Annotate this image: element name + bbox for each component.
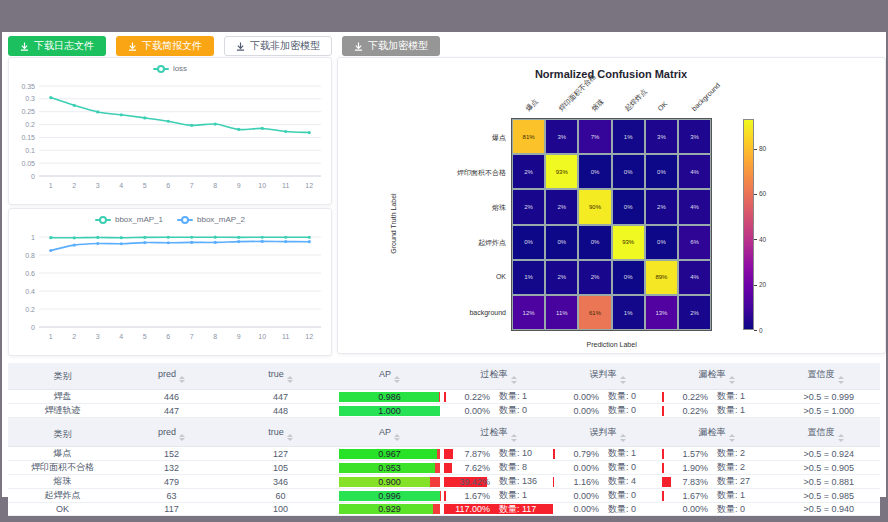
matrix-cell: 11% — [545, 295, 578, 330]
sort-icon[interactable] — [394, 376, 400, 384]
rate-cell: 0.00%数量: 0 — [662, 503, 771, 516]
svg-text:0.25: 0.25 — [21, 108, 35, 115]
sort-icon[interactable] — [179, 434, 185, 442]
table-row: 熔珠4793460.90039.42%数量: 1361.16%数量: 47.83… — [8, 475, 880, 489]
column-header-误判率[interactable]: 误判率 — [553, 363, 662, 390]
sort-icon[interactable] — [620, 434, 626, 442]
sort-icon[interactable] — [620, 376, 626, 384]
matrix-cell: 0% — [645, 154, 678, 189]
pred-cell: 117 — [117, 503, 226, 516]
ap-value: 0.996 — [339, 491, 440, 501]
rate-cell: 0.22%数量: 1 — [662, 390, 771, 404]
colorbar-tick-label: 60 — [759, 190, 766, 197]
download-report-label: 下载简报文件 — [142, 39, 202, 53]
rate-cell-content: 1.90%数量: 2 — [662, 462, 771, 474]
matrix-cell: 7% — [578, 119, 611, 154]
rate-cell: 0.00%数量: 0 — [553, 461, 662, 475]
rate-cell-content: 0.00%数量: 0 — [553, 462, 662, 474]
matrix-cell: 12% — [512, 295, 545, 330]
matrix-col-label: OK — [656, 99, 670, 113]
ap-value: 0.900 — [339, 477, 440, 487]
rate-count: 数量: 0 — [608, 390, 660, 403]
rate-cell: 1.16%数量: 4 — [553, 475, 662, 489]
rate-cell-content: 7.87%数量: 10 — [444, 448, 553, 460]
download-plain-model-button[interactable]: 下载非加密模型 — [224, 36, 332, 56]
colorbar — [743, 119, 754, 330]
download-icon — [20, 42, 29, 51]
rate-percent: 0.22% — [446, 392, 490, 402]
rate-cell-content: 1.67%数量: 1 — [444, 490, 553, 502]
rate-cell-content: 0.00%数量: 0 — [553, 391, 662, 403]
colorbar-tick-label: 20 — [759, 281, 766, 288]
column-header-过检率[interactable]: 过检率 — [444, 363, 553, 390]
ap-cell: 0.996 — [335, 489, 444, 503]
sort-icon[interactable] — [511, 434, 517, 442]
matrix-row-label: OK — [398, 273, 506, 280]
rate-cell-content: 1.57%数量: 2 — [662, 448, 771, 460]
column-header-label: 误判率 — [590, 369, 617, 379]
rate-percent: 7.62% — [446, 463, 490, 473]
matrix-cell: 4% — [678, 154, 711, 189]
download-encrypted-model-button[interactable]: 下载加密模型 — [342, 36, 440, 56]
column-header-漏检率[interactable]: 漏检率 — [662, 363, 771, 390]
matrix-row-label: 熔珠 — [398, 203, 506, 213]
matrix-row-label: 爆点 — [398, 133, 506, 143]
column-header-过检率[interactable]: 过检率 — [444, 422, 553, 447]
sort-icon[interactable] — [287, 434, 293, 442]
rate-count: 数量: 0 — [608, 404, 660, 417]
colorbar-tick-label: 40 — [759, 236, 766, 243]
loss-chart-card: loss00.050.10.150.20.250.30.351234567891… — [8, 57, 332, 205]
column-header-true[interactable]: true — [226, 363, 335, 390]
line-chart: 00.20.40.60.81123456789101112 — [9, 209, 329, 353]
sort-icon[interactable] — [511, 376, 517, 384]
rate-cell-content: 117.00%数量: 117 — [444, 503, 553, 515]
rate-cell: 7.87%数量: 10 — [444, 447, 553, 461]
matrix-cell: 3% — [645, 119, 678, 154]
matrix-cell: 3% — [678, 119, 711, 154]
rate-cell-content: 1.67%数量: 1 — [662, 490, 771, 502]
column-header-label: true — [268, 369, 284, 379]
rate-count: 数量: 27 — [717, 475, 769, 488]
column-header-pred[interactable]: pred — [117, 422, 226, 447]
column-header-pred[interactable]: pred — [117, 363, 226, 390]
column-header-label: 置信度 — [808, 427, 835, 437]
sort-icon[interactable] — [394, 434, 400, 442]
download-report-button[interactable]: 下载简报文件 — [116, 36, 214, 56]
rate-count: 数量: 1 — [717, 489, 769, 502]
colorbar-tick-label: 80 — [759, 145, 766, 152]
matrix-col-label: 起焊炸点 — [623, 87, 649, 113]
sort-icon[interactable] — [287, 376, 293, 384]
column-header-true[interactable]: true — [226, 422, 335, 447]
sort-icon[interactable] — [838, 434, 844, 442]
rate-percent: 7.87% — [446, 449, 490, 459]
column-header-AP[interactable]: AP — [335, 422, 444, 447]
svg-text:0.1: 0.1 — [25, 147, 35, 154]
svg-text:10: 10 — [258, 333, 266, 340]
rate-count: 数量: 0 — [608, 461, 660, 474]
matrix-cell: 2% — [545, 260, 578, 295]
table-row: 起焊炸点63600.9961.67%数量: 10.00%数量: 01.67%数量… — [8, 489, 880, 503]
rate-percent: 1.67% — [446, 491, 490, 501]
pred-cell: 446 — [117, 390, 226, 404]
column-header-类别: 类别 — [8, 422, 117, 447]
ap-cell: 0.953 — [335, 461, 444, 475]
column-header-漏检率[interactable]: 漏检率 — [662, 422, 771, 447]
rate-percent: 1.57% — [664, 449, 708, 459]
column-header-置信度[interactable]: 置信度 — [771, 363, 880, 390]
rate-cell-content: 0.79%数量: 1 — [553, 448, 662, 460]
svg-text:1: 1 — [49, 333, 53, 340]
sort-icon[interactable] — [838, 376, 844, 384]
column-header-AP[interactable]: AP — [335, 363, 444, 390]
sort-icon[interactable] — [729, 434, 735, 442]
column-header-误判率[interactable]: 误判率 — [553, 422, 662, 447]
matrix-x-axis-label: Prediction Label — [512, 341, 711, 348]
sort-icon[interactable] — [729, 376, 735, 384]
sort-icon[interactable] — [179, 376, 185, 384]
table-row: 焊缝轨迹4474481.0000.00%数量: 00.00%数量: 00.22%… — [8, 404, 880, 418]
true-cell: 105 — [226, 461, 335, 475]
ap-cell: 1.000 — [335, 404, 444, 418]
table-row: 焊印面积不合格1321050.9537.62%数量: 80.00%数量: 01.… — [8, 461, 880, 475]
column-header-置信度[interactable]: 置信度 — [771, 422, 880, 447]
download-log-button[interactable]: 下载日志文件 — [8, 36, 106, 56]
column-header-label: 过检率 — [481, 369, 508, 379]
